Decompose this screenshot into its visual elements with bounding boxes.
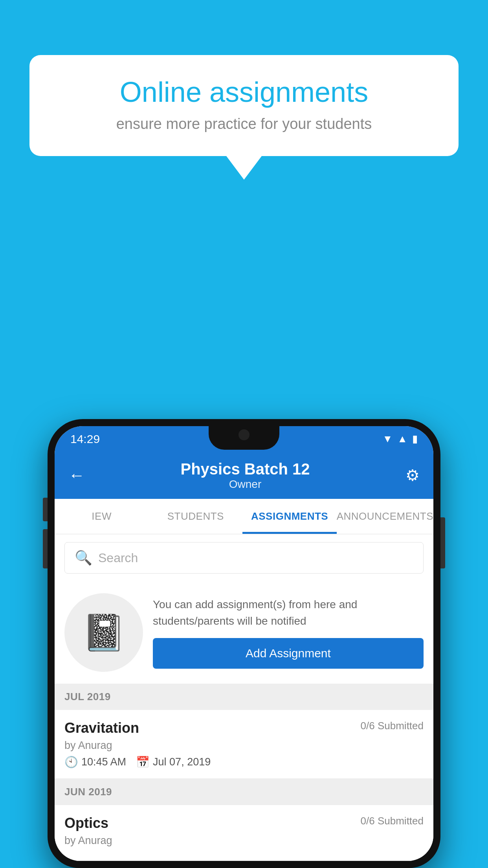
calendar-icon: 📅 <box>136 756 150 769</box>
tab-assignments[interactable]: ASSIGNMENTS <box>242 499 336 534</box>
speech-bubble-area: Online assignments ensure more practice … <box>29 55 459 180</box>
speech-bubble-subtitle: ensure more practice for your students <box>57 116 431 132</box>
phone-side-button-power <box>440 517 445 568</box>
promo-description: You can add assignment(s) from here and … <box>153 596 424 629</box>
speech-bubble-title: Online assignments <box>57 77 431 108</box>
assignment-time-gravitation: 🕙 10:45 AM <box>64 756 126 769</box>
assignment-header-row: Gravitation 0/6 Submitted <box>64 720 424 736</box>
search-placeholder: Search <box>98 551 138 565</box>
assignment-header-row-optics: Optics 0/6 Submitted <box>64 815 424 831</box>
phone-camera <box>238 429 250 440</box>
settings-icon[interactable]: ⚙ <box>405 466 420 484</box>
speech-bubble: Online assignments ensure more practice … <box>29 55 459 156</box>
clock-icon: 🕙 <box>64 756 78 769</box>
assignment-submitted-gravitation: 0/6 Submitted <box>361 720 424 732</box>
section-header-jul: JUL 2019 <box>55 684 433 710</box>
section-header-jun: JUN 2019 <box>55 779 433 805</box>
phone-side-button-volume-up <box>43 498 48 521</box>
phone-side-button-volume-down <box>43 529 48 568</box>
search-container: 🔍 Search <box>55 534 433 581</box>
promo-icon-circle: 📓 <box>64 593 143 672</box>
status-time: 14:29 <box>70 432 100 446</box>
phone-frame: 14:29 ▼ ▲ ▮ ← Physics Batch 12 Owner ⚙ <box>48 419 440 868</box>
phone-screen: 14:29 ▼ ▲ ▮ ← Physics Batch 12 Owner ⚙ <box>55 426 433 861</box>
batch-subtitle: Owner <box>180 478 310 491</box>
tab-bar: IEW STUDENTS ASSIGNMENTS ANNOUNCEMENTS <box>55 499 433 534</box>
signal-icon: ▲ <box>397 433 407 445</box>
assignment-meta-gravitation: 🕙 10:45 AM 📅 Jul 07, 2019 <box>64 756 424 769</box>
battery-icon: ▮ <box>412 433 418 445</box>
add-assignment-button[interactable]: Add Assignment <box>153 638 424 669</box>
tab-overview[interactable]: IEW <box>55 499 149 534</box>
search-bar[interactable]: 🔍 Search <box>64 542 424 574</box>
speech-bubble-arrow <box>226 156 262 180</box>
phone-body: 14:29 ▼ ▲ ▮ ← Physics Batch 12 Owner ⚙ <box>48 419 440 868</box>
tab-announcements[interactable]: ANNOUNCEMENTS <box>337 499 433 534</box>
app-header: ← Physics Batch 12 Owner ⚙ <box>55 452 433 499</box>
assignment-title-gravitation: Gravitation <box>64 720 139 736</box>
promo-section: 📓 You can add assignment(s) from here an… <box>55 581 433 684</box>
wifi-icon: ▼ <box>383 433 393 445</box>
promo-text-area: You can add assignment(s) from here and … <box>153 596 424 669</box>
assignment-submitted-optics: 0/6 Submitted <box>361 815 424 827</box>
back-button[interactable]: ← <box>68 466 85 485</box>
assignment-title-optics: Optics <box>64 815 108 831</box>
batch-title: Physics Batch 12 <box>180 460 310 478</box>
tab-students[interactable]: STUDENTS <box>149 499 242 534</box>
assignment-date-gravitation: 📅 Jul 07, 2019 <box>136 756 211 769</box>
assignment-item-optics[interactable]: Optics 0/6 Submitted by Anurag <box>55 805 433 861</box>
search-icon: 🔍 <box>75 550 92 566</box>
header-title-area: Physics Batch 12 Owner <box>180 460 310 491</box>
assignment-by-gravitation: by Anurag <box>64 739 424 752</box>
assignment-by-optics: by Anurag <box>64 835 424 847</box>
status-icons: ▼ ▲ ▮ <box>383 433 418 445</box>
notebook-icon: 📓 <box>82 612 126 653</box>
assignment-item-gravitation[interactable]: Gravitation 0/6 Submitted by Anurag 🕙 10… <box>55 710 433 779</box>
